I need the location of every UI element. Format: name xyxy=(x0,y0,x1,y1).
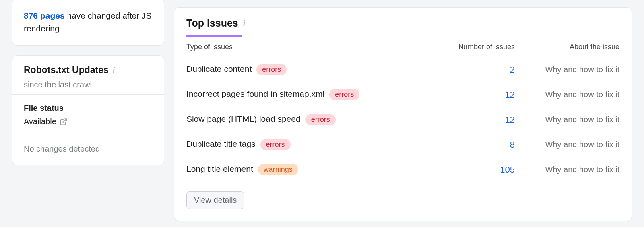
about-issue-link[interactable]: Why and how to fix it xyxy=(545,90,619,100)
issue-type-cell: Slow page (HTML) load speederrors xyxy=(186,114,410,125)
robots-subtitle: since the last crawl xyxy=(24,80,153,90)
view-details-button[interactable]: View details xyxy=(186,191,244,209)
svg-line-0 xyxy=(63,119,66,122)
table-header: Type of issues Number of issues About th… xyxy=(174,37,632,57)
issue-type-cell: Duplicate contenterrors xyxy=(186,64,410,75)
issue-count-link[interactable]: 12 xyxy=(505,115,515,125)
table-row: Duplicate title tagserrors8Why and how t… xyxy=(174,132,632,157)
table-row: Incorrect pages found in sitemap.xmlerro… xyxy=(174,82,632,107)
issue-name: Incorrect pages found in sitemap.xml xyxy=(186,89,324,98)
file-status-label: File status xyxy=(24,104,153,113)
about-issue-link[interactable]: Why and how to fix it xyxy=(545,115,619,125)
issue-type-cell: Incorrect pages found in sitemap.xmlerro… xyxy=(186,89,410,100)
severity-badge: errors xyxy=(260,139,291,150)
issue-name: Long title element xyxy=(186,164,253,173)
top-issues-card: Top Issues i Type of issues Number of is… xyxy=(174,7,632,221)
info-icon[interactable]: i xyxy=(243,19,246,27)
robots-updates-card: Robots.txt Updates i since the last craw… xyxy=(12,55,164,165)
table-row: Slow page (HTML) load speederrors12Why a… xyxy=(174,107,632,132)
header-about: About the issue xyxy=(515,43,619,51)
severity-badge: errors xyxy=(305,114,336,125)
issue-about-cell: Why and how to fix it xyxy=(515,90,619,99)
header-type: Type of issues xyxy=(186,43,410,51)
table-row: Long title elementwarnings105Why and how… xyxy=(174,157,632,182)
severity-badge: errors xyxy=(329,89,359,100)
header-count: Number of issues xyxy=(410,43,515,51)
issue-count-link[interactable]: 8 xyxy=(510,140,515,150)
issue-count-cell: 12 xyxy=(410,90,515,100)
issues-title: Top Issues xyxy=(186,17,238,29)
issue-name: Duplicate content xyxy=(186,64,252,73)
issue-count-link[interactable]: 12 xyxy=(505,90,515,100)
issue-count-link[interactable]: 2 xyxy=(510,65,515,75)
about-issue-link[interactable]: Why and how to fix it xyxy=(545,65,619,75)
issue-count-cell: 12 xyxy=(410,115,515,125)
about-issue-link[interactable]: Why and how to fix it xyxy=(545,165,619,175)
changed-pages-link[interactable]: 876 pages xyxy=(24,11,65,20)
js-rendering-card: 876 pages have changed after JS renderin… xyxy=(12,0,164,46)
info-icon[interactable]: i xyxy=(113,66,115,74)
robots-title: Robots.txt Updates xyxy=(24,65,109,75)
issue-type-cell: Duplicate title tagserrors xyxy=(186,139,410,150)
issue-count-cell: 8 xyxy=(410,140,515,150)
issue-count-link[interactable]: 105 xyxy=(500,165,515,175)
divider xyxy=(24,135,153,135)
external-link-icon[interactable] xyxy=(60,118,68,126)
issue-about-cell: Why and how to fix it xyxy=(515,65,619,74)
file-status-value: Available xyxy=(24,117,56,126)
issue-count-cell: 105 xyxy=(410,165,515,175)
issue-about-cell: Why and how to fix it xyxy=(515,140,619,149)
severity-badge: errors xyxy=(256,64,287,75)
issue-about-cell: Why and how to fix it xyxy=(515,115,619,124)
issue-name: Slow page (HTML) load speed xyxy=(186,114,301,123)
issue-about-cell: Why and how to fix it xyxy=(515,165,619,174)
issue-count-cell: 2 xyxy=(410,65,515,75)
issue-type-cell: Long title elementwarnings xyxy=(186,164,410,175)
issue-name: Duplicate title tags xyxy=(186,139,256,148)
table-row: Duplicate contenterrors2Why and how to f… xyxy=(174,57,632,82)
no-changes-text: No changes detected xyxy=(24,144,153,154)
about-issue-link[interactable]: Why and how to fix it xyxy=(545,140,619,150)
severity-badge: warnings xyxy=(258,164,298,175)
